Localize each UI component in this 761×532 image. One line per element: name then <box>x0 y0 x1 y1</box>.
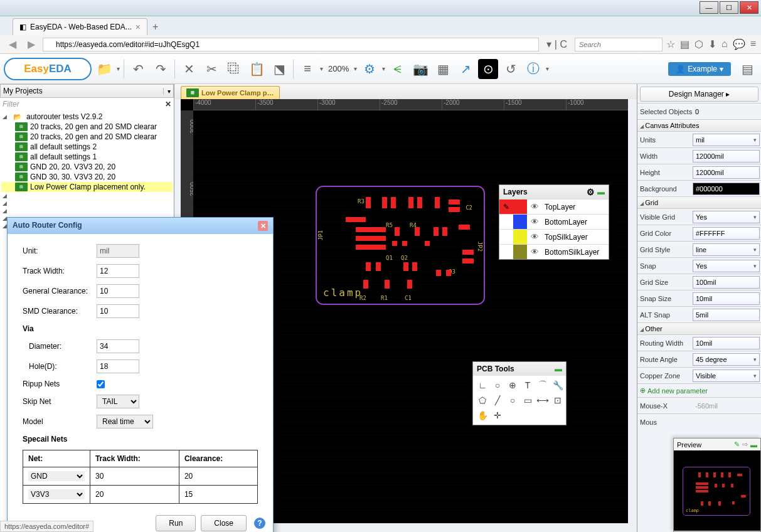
snap-size-input[interactable]: 10mil <box>693 292 760 305</box>
routing-width-input[interactable]: 10mil <box>693 337 760 349</box>
alt-snap-input[interactable]: 5mil <box>693 309 760 321</box>
bookmark-star-icon[interactable]: ☆ <box>666 38 675 50</box>
layers-panel[interactable]: Layers ⚙ ▬ ✎👁TopLayer 👁BottomLayer 👁TopS… <box>499 184 609 260</box>
tree-item[interactable]: ⊞20 tracks, 20 gen and 20 SMD clearar <box>1 122 173 132</box>
bom-icon[interactable]: ▦ <box>433 59 453 79</box>
delete-icon[interactable]: ✕ <box>179 59 199 79</box>
redo-icon[interactable]: ↷ <box>151 59 171 79</box>
document-tab[interactable]: ⊞ Low Power Clamp p… <box>181 86 280 99</box>
model-select[interactable]: Real time <box>97 415 153 428</box>
net-select[interactable]: GND <box>28 471 85 481</box>
eye-icon[interactable]: 👁 <box>527 202 542 211</box>
preview-canvas[interactable]: clamp <box>674 450 760 531</box>
tree-item[interactable]: ⊞all default settings 2 <box>1 142 173 152</box>
share-icon[interactable]: ⪪ <box>388 59 408 79</box>
add-param-button[interactable]: ⊕Add new parameter <box>637 383 761 397</box>
tree-toggle[interactable]: ◢ <box>1 200 173 207</box>
arc-tool-icon[interactable]: ⌒ <box>536 378 550 392</box>
logo[interactable]: EasyEDA <box>4 58 92 80</box>
cut-icon[interactable]: ✂ <box>201 59 221 79</box>
preview-move-icon[interactable]: ⇨ <box>742 440 748 449</box>
new-tab-button[interactable]: + <box>147 19 163 35</box>
projects-dropdown[interactable]: My Projects ▾ <box>0 84 174 98</box>
browser-search-input[interactable] <box>575 38 663 51</box>
design-manager-button[interactable]: Design Manager ▸ <box>640 87 758 102</box>
pan-tool-icon[interactable]: ✋ <box>476 408 489 422</box>
visible-grid-select[interactable]: Yes▾ <box>693 211 760 223</box>
preview-edit-icon[interactable]: ✎ <box>734 440 740 449</box>
align-icon[interactable]: ≡ <box>297 59 317 79</box>
pocket-icon[interactable]: ⬡ <box>694 38 703 50</box>
preview-panel[interactable]: Preview ✎ ⇨ ▬ <box>673 438 761 532</box>
dialog-titlebar[interactable]: Auto Router Config ✕ <box>8 218 273 234</box>
tree-toggle[interactable]: ◢ <box>1 192 173 200</box>
run-button[interactable]: Run <box>156 515 196 531</box>
fab-icon[interactable]: ⊙ <box>478 59 498 79</box>
window-maximize[interactable]: ☐ <box>720 1 738 14</box>
pcb-tools-panel[interactable]: PCB Tools▬ ∟ ○ ⊕ T ⌒ 🔧 ⬠ ╱ ○ ▭ ⟷ ⊡ <box>472 361 567 425</box>
section-canvas-attr[interactable]: Canvas Attributes <box>637 119 761 131</box>
wrench-tool-icon[interactable]: 🔧 <box>551 378 565 392</box>
via-tool-icon[interactable]: ⊕ <box>506 378 519 392</box>
diameter-input[interactable] <box>97 339 139 353</box>
tree-item[interactable]: ⊞GND 30, 30. V3V3 20, 20 <box>1 172 173 182</box>
open-icon[interactable]: 📁 <box>94 59 114 79</box>
width-input[interactable]: 12000mil <box>693 150 760 162</box>
grid-color-input[interactable]: #FFFFFF <box>693 227 760 240</box>
snap-select[interactable]: Yes▾ <box>693 260 760 272</box>
panel-toggle-icon[interactable]: ▤ <box>737 59 757 79</box>
url-input[interactable] <box>43 38 539 51</box>
help-icon[interactable]: ? <box>254 518 265 529</box>
close-button[interactable]: Close <box>201 515 247 531</box>
tree-item[interactable]: ⊞GND 20, 20. V3V3 20, 20 <box>1 162 173 172</box>
bg-input[interactable]: #000000 <box>693 183 760 195</box>
tab-close-icon[interactable]: × <box>136 22 141 32</box>
window-minimize[interactable]: — <box>700 1 718 14</box>
layer-row[interactable]: 👁BottomSilkLayer <box>499 244 609 259</box>
circle-tool-icon[interactable]: ○ <box>506 393 519 407</box>
gen-clearance-input[interactable] <box>97 284 139 298</box>
paste-icon[interactable]: 📋 <box>247 59 267 79</box>
reload-dropdown[interactable]: ▾ | C <box>543 38 571 50</box>
user-menu[interactable]: 👤 Example ▾ <box>668 62 731 76</box>
skip-net-select[interactable]: TAIL <box>97 395 139 408</box>
eye-icon[interactable]: 👁 <box>527 232 542 242</box>
text-tool-icon[interactable]: T <box>521 378 535 392</box>
gear-icon[interactable]: ⚙ <box>359 59 380 79</box>
units-select[interactable]: mil▾ <box>693 134 760 146</box>
library-icon[interactable]: ▤ <box>680 38 689 50</box>
tree-toggle[interactable]: ◢ <box>1 207 173 215</box>
autorouter-dialog[interactable]: Auto Router Config ✕ Unit: Track Width: … <box>7 217 274 532</box>
info-icon[interactable]: ⓘ <box>523 59 543 79</box>
nav-back-icon[interactable]: ◀ <box>5 37 20 52</box>
smd-clearance-input[interactable] <box>97 304 139 318</box>
menu-icon[interactable]: ≡ <box>750 38 756 50</box>
poly-tool-icon[interactable]: ⬠ <box>476 393 489 407</box>
tree-item[interactable]: ⊞all default settings 1 <box>1 152 173 162</box>
pad-tool-icon[interactable]: ○ <box>491 378 504 392</box>
copy-icon[interactable]: ⿻ <box>224 59 244 79</box>
tree-item-selected[interactable]: ⊞Low Power Clamp placement only. <box>1 182 173 192</box>
tree-folder[interactable]: ◢ 📂 autorouter tests V2.9.2 <box>1 112 173 122</box>
net-select[interactable]: V3V3 <box>28 489 85 499</box>
downloads-icon[interactable]: ⬇ <box>708 38 716 50</box>
grid-style-select[interactable]: line▾ <box>693 243 760 256</box>
track-tool-icon[interactable]: ∟ <box>476 378 489 392</box>
window-close[interactable]: ✕ <box>740 1 758 14</box>
browser-tab[interactable]: ◧ EasyEDA - Web-Based EDA... × <box>13 18 147 35</box>
chat-icon[interactable]: 💬 <box>733 38 745 50</box>
group-tool-icon[interactable]: ⊡ <box>551 393 565 407</box>
eye-icon[interactable]: 👁 <box>527 247 542 257</box>
tree-item[interactable]: ⊞20 tracks, 20 gen and 20 SMD clearar <box>1 132 173 142</box>
dialog-close-icon[interactable]: ✕ <box>258 221 268 231</box>
layer-row[interactable]: 👁TopSilkLayer <box>499 229 609 244</box>
rect-tool-icon[interactable]: ▭ <box>521 393 535 407</box>
history-icon[interactable]: ↺ <box>501 59 521 79</box>
section-other[interactable]: Other <box>637 322 761 334</box>
ripup-checkbox[interactable] <box>97 380 105 388</box>
camera-icon[interactable]: 📷 <box>410 59 430 79</box>
route-angle-select[interactable]: 45 degree▾ <box>693 353 760 366</box>
track-width-input[interactable] <box>97 264 139 278</box>
zoom-level[interactable]: 200% <box>326 64 351 73</box>
filter-input[interactable]: Filter ✕ <box>0 98 174 110</box>
